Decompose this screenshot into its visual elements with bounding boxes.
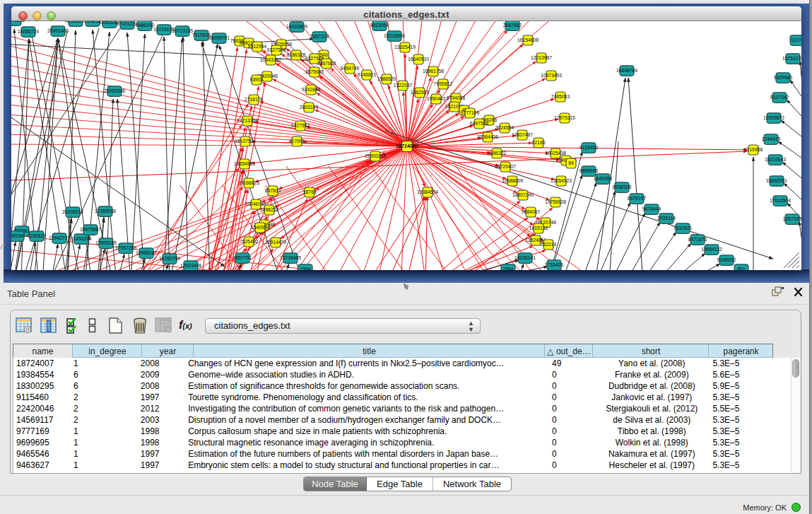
svg-text:9115460: 9115460: [579, 145, 598, 150]
svg-text:7632621: 7632621: [673, 226, 693, 230]
svg-text:8471676: 8471676: [688, 237, 707, 242]
svg-text:20364436: 20364436: [477, 134, 498, 139]
svg-text:9245052: 9245052: [717, 257, 736, 262]
svg-text:6479197: 6479197: [628, 196, 647, 201]
svg-text:16782759: 16782759: [159, 256, 180, 261]
svg-text:20206516: 20206516: [62, 209, 83, 214]
svg-text:13654923: 13654923: [551, 178, 572, 183]
svg-text:9242848: 9242848: [302, 87, 321, 92]
svg-text:3675685: 3675685: [305, 69, 324, 74]
svg-text:15720407: 15720407: [495, 164, 516, 169]
svg-text:10958187: 10958187: [136, 250, 157, 255]
svg-text:1540994: 1540994: [251, 225, 270, 230]
svg-text:9777109: 9777109: [461, 110, 480, 115]
svg-text:19218506: 19218506: [384, 33, 405, 38]
svg-text:19384554: 19384554: [417, 189, 438, 194]
svg-text:8938928: 8938928: [613, 185, 632, 189]
svg-text:1362615: 1362615: [411, 90, 430, 95]
svg-text:10046786: 10046786: [245, 201, 266, 206]
svg-text:14236141: 14236141: [514, 255, 536, 260]
svg-text:8186328: 8186328: [287, 52, 306, 57]
svg-text:252214: 252214: [541, 242, 557, 247]
svg-text:9474444: 9474444: [642, 206, 661, 211]
svg-text:2967608: 2967608: [317, 61, 336, 66]
svg-text:9857791: 9857791: [233, 255, 252, 260]
svg-text:62160: 62160: [532, 140, 546, 145]
svg-text:9327500: 9327500: [267, 47, 286, 52]
svg-text:16210643: 16210643: [765, 157, 786, 162]
svg-text:1990443: 1990443: [427, 96, 446, 101]
svg-text:6497508: 6497508: [470, 121, 489, 126]
svg-text:12093872: 12093872: [763, 115, 784, 120]
svg-text:12975115: 12975115: [554, 115, 575, 120]
svg-text:851: 851: [737, 267, 746, 270]
svg-text:16640910: 16640910: [408, 57, 429, 62]
svg-text:9146821: 9146821: [358, 72, 377, 77]
svg-text:8454749: 8454749: [341, 66, 360, 71]
svg-text:12213369: 12213369: [237, 118, 258, 123]
svg-text:88095701: 88095701: [208, 35, 230, 40]
svg-text:13325419: 13325419: [394, 45, 416, 49]
svg-text:2986322: 2986322: [488, 151, 507, 156]
svg-text:12942737: 12942737: [49, 235, 70, 240]
svg-text:2687682: 2687682: [503, 23, 522, 28]
svg-text:18724007: 18724007: [396, 143, 418, 149]
svg-text:1640954: 1640954: [594, 176, 613, 181]
svg-text:1733426: 1733426: [545, 262, 564, 267]
svg-text:12505185: 12505185: [95, 240, 117, 245]
svg-text:3498222: 3498222: [260, 207, 279, 212]
svg-text:16914479: 16914479: [265, 240, 286, 245]
svg-text:10688609: 10688609: [502, 178, 523, 183]
svg-text:9899695: 9899695: [579, 168, 599, 173]
svg-text:1244415: 1244415: [762, 136, 781, 141]
svg-text:12923448: 12923448: [180, 263, 201, 268]
svg-text:16107534: 16107534: [235, 139, 256, 144]
svg-text:16154808: 16154808: [517, 37, 539, 42]
svg-text:3024554: 3024554: [495, 125, 514, 130]
svg-text:20991406: 20991406: [47, 28, 69, 33]
svg-text:15692951: 15692951: [766, 178, 787, 183]
svg-text:16033809: 16033809: [286, 24, 307, 29]
svg-text:8912954: 8912954: [248, 44, 267, 49]
svg-text:1615132: 1615132: [529, 226, 548, 230]
svg-text:7357224: 7357224: [310, 34, 329, 39]
svg-text:2803144: 2803144: [300, 105, 319, 110]
svg-text:87101226: 87101226: [117, 21, 138, 26]
svg-text:15751074: 15751074: [782, 56, 801, 61]
svg-text:12213967: 12213967: [531, 55, 552, 60]
svg-text:2935114: 2935114: [657, 216, 676, 221]
svg-text:10543382: 10543382: [260, 57, 281, 62]
svg-text:93901: 93901: [250, 77, 264, 82]
svg-text:13716485: 13716485: [280, 255, 301, 260]
svg-text:10025438: 10025438: [545, 151, 566, 156]
svg-text:10654112: 10654112: [701, 247, 722, 252]
svg-text:41395376: 41395376: [65, 21, 86, 23]
svg-text:19166825: 19166825: [238, 180, 259, 185]
svg-text:16961758: 16961758: [423, 69, 444, 74]
svg-text:1984: 1984: [300, 267, 310, 270]
svg-text:17957255: 17957255: [115, 245, 136, 250]
svg-text:18783: 18783: [303, 189, 317, 194]
svg-text:19756928: 19756928: [545, 199, 566, 204]
svg-text:20053346: 20053346: [104, 88, 125, 93]
svg-text:9227342: 9227342: [770, 95, 789, 100]
svg-text:14055724: 14055724: [18, 29, 39, 34]
svg-text:857833: 857833: [265, 188, 281, 193]
svg-text:16648784: 16648784: [616, 68, 637, 73]
svg-text:10973493: 10973493: [541, 73, 562, 78]
svg-text:6794028: 6794028: [447, 95, 466, 100]
svg-text:1267530: 1267530: [783, 216, 801, 221]
svg-text:7955812: 7955812: [434, 81, 453, 86]
svg-text:1588520: 1588520: [377, 76, 396, 81]
svg-text:11451194: 11451194: [71, 236, 91, 241]
svg-text:7625402: 7625402: [240, 239, 259, 244]
svg-text:1156829: 1156829: [28, 233, 46, 238]
svg-text:9427552: 9427552: [291, 123, 310, 128]
svg-text:9884067: 9884067: [522, 209, 541, 214]
svg-text:19654983: 19654983: [234, 161, 255, 166]
svg-text:9329966: 9329966: [774, 75, 793, 80]
svg-text:16713155: 16713155: [172, 28, 193, 33]
svg-text:8215958: 8215958: [744, 147, 763, 152]
svg-text:39154: 39154: [11, 233, 24, 238]
svg-text:8813054: 8813054: [370, 23, 389, 28]
